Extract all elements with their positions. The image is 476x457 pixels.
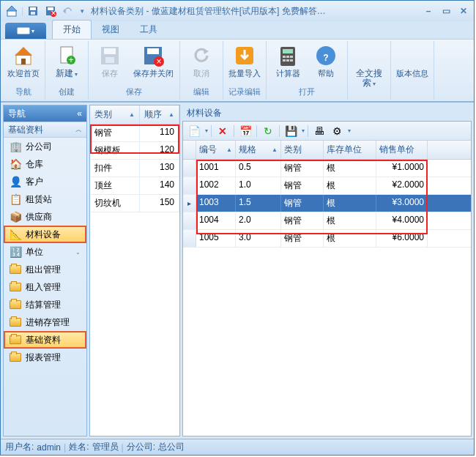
window-controls: – ▭ ✕ xyxy=(421,6,471,16)
nav-group-header[interactable]: 基础资料︿ xyxy=(4,122,86,138)
home-icon[interactable] xyxy=(4,3,20,19)
delete-row-icon[interactable]: ✕ xyxy=(215,124,231,138)
data-grid[interactable]: 编号▲ 规格▲ 类别 库存单位 销售单价 10010.5钢管根¥1.000010… xyxy=(183,141,471,436)
nav-item[interactable]: 👤客户 xyxy=(4,173,86,190)
col-cat[interactable]: 类别 xyxy=(281,141,324,159)
folder-icon xyxy=(10,316,21,328)
nav-folder[interactable]: 基础资料 xyxy=(4,331,86,349)
nav-item-label: 供应商 xyxy=(26,211,52,223)
nav-item[interactable]: 🏢分公司 xyxy=(4,138,86,155)
help-button[interactable]: ?帮助 xyxy=(308,42,344,80)
col-spec[interactable]: 规格▲ xyxy=(236,141,281,159)
save-close-icon[interactable]: × xyxy=(42,3,59,19)
right-panel: 材料设备 📄▾ ✕ 📅 ↻ 💾▾ 🖶 ⚙▾ 编号▲ 规格▲ 类别 xyxy=(182,105,472,436)
nav-item-label: 租出管理 xyxy=(26,264,61,276)
settings-icon[interactable]: ⚙ xyxy=(329,124,345,138)
maximize-button[interactable]: ▭ xyxy=(439,6,453,16)
export-icon[interactable]: 💾 xyxy=(283,124,299,138)
folder-icon xyxy=(10,352,21,363)
data-row[interactable]: ▸10031.5钢管根¥3.0000 xyxy=(183,195,471,212)
nav-item-label: 仓库 xyxy=(26,158,43,171)
nav-folder[interactable]: 进销存管理 xyxy=(4,313,86,331)
import-button[interactable]: 批量导入 xyxy=(226,42,263,80)
category-row[interactable]: 扣件130 xyxy=(90,160,179,177)
category-row[interactable]: 切纹机150 xyxy=(90,195,179,212)
col-id[interactable]: 编号▲ xyxy=(196,141,236,159)
svg-text:?: ? xyxy=(323,53,328,63)
svg-rect-11 xyxy=(21,59,26,64)
tab-tools[interactable]: 工具 xyxy=(130,21,168,39)
grid-toolbar: 📄▾ ✕ 📅 ↻ 💾▾ 🖶 ⚙▾ xyxy=(183,122,471,141)
folder-icon xyxy=(10,334,21,346)
undo-icon[interactable] xyxy=(60,3,76,19)
save-icon[interactable] xyxy=(25,3,41,19)
folder-icon xyxy=(10,281,21,293)
nav-item-label: 租入管理 xyxy=(26,281,61,294)
save-button: 保存 xyxy=(92,42,128,80)
nav-folder[interactable]: 租出管理 xyxy=(4,261,86,278)
nav-collapse-icon[interactable]: « xyxy=(77,108,82,119)
print-icon[interactable]: 🖶 xyxy=(311,124,327,138)
grid-icon[interactable]: 📅 xyxy=(237,124,253,138)
svg-rect-19 xyxy=(147,48,159,54)
data-row[interactable]: 10053.0钢管根¥6.0000 xyxy=(183,230,471,248)
chevron-up-icon: ︿ xyxy=(75,125,82,135)
tab-view[interactable]: 视图 xyxy=(92,21,130,39)
version-button[interactable]: 版本信息 xyxy=(394,42,431,80)
nav-item-label: 基础资料 xyxy=(26,334,61,346)
nav-item-icon: 🏠 xyxy=(10,158,21,170)
new-row-icon[interactable]: 📄 xyxy=(186,124,202,138)
calc-button[interactable]: 计算器 xyxy=(269,42,306,80)
right-title: 材料设备 xyxy=(182,105,472,121)
nav-item[interactable]: 🏠仓库 xyxy=(4,155,86,173)
col-order[interactable]: 顺序▲ xyxy=(140,105,179,124)
row-indicator xyxy=(183,230,196,247)
folder-icon xyxy=(10,264,21,275)
tab-start[interactable]: 开始 xyxy=(52,20,92,39)
svg-rect-4 xyxy=(31,12,35,15)
col-unit[interactable]: 库存单位 xyxy=(324,141,376,159)
svg-rect-29 xyxy=(283,59,286,62)
save-close-button[interactable]: ×保存并关闭 xyxy=(130,42,176,80)
app-menu-button[interactable]: ▾ xyxy=(5,23,46,39)
svg-rect-16 xyxy=(104,48,116,54)
nav-item-icon: 📦 xyxy=(10,211,21,223)
new-button[interactable]: +新建▾ xyxy=(48,42,85,81)
nav-item[interactable]: 📋租赁站 xyxy=(4,190,86,208)
svg-rect-30 xyxy=(286,59,289,62)
minimize-button[interactable]: – xyxy=(421,6,436,16)
data-row[interactable]: 10042.0钢管根¥4.0000 xyxy=(183,212,471,230)
svg-rect-31 xyxy=(290,59,293,62)
svg-marker-10 xyxy=(15,47,32,56)
svg-rect-17 xyxy=(105,57,114,63)
col-price[interactable]: 销售单价 xyxy=(376,141,428,159)
nav-item-label: 进销存管理 xyxy=(26,316,70,329)
row-indicator: ▸ xyxy=(183,195,196,212)
row-indicator xyxy=(183,212,196,229)
svg-marker-1 xyxy=(7,6,17,11)
nav-folder[interactable]: 报表管理 xyxy=(4,349,86,366)
col-category[interactable]: 类别▲ xyxy=(90,105,140,124)
data-row[interactable]: 10010.5钢管根¥1.0000 xyxy=(183,160,471,177)
data-row[interactable]: 10021.0钢管根¥2.0000 xyxy=(183,177,471,195)
home-button[interactable]: 欢迎首页 xyxy=(5,42,42,80)
ribbon: 欢迎首页 导航 +新建▾ 创建 保存 ×保存并关闭 保存 取消 编辑 批量导入 … xyxy=(1,39,474,102)
nav-folder[interactable]: 租入管理 xyxy=(4,278,86,296)
category-row[interactable]: 钢管110 xyxy=(90,125,179,142)
row-indicator xyxy=(183,160,196,177)
category-row[interactable]: 钢模板120 xyxy=(90,142,179,160)
category-row[interactable]: 顶丝140 xyxy=(90,177,179,195)
nav-item-materials[interactable]: 📐材料设备 xyxy=(4,226,86,243)
nav-folder[interactable]: 结算管理 xyxy=(4,296,86,313)
nav-title: 导航« xyxy=(4,105,86,122)
qat-dropdown-icon[interactable]: ▼ xyxy=(79,8,85,15)
nav-item[interactable]: 📦供应商 xyxy=(4,208,86,226)
body: 导航« 基础资料︿ 🏢分公司🏠仓库👤客户📋租赁站📦供应商📐材料设备🔢单位⌄租出管… xyxy=(1,102,474,439)
unit-icon: 🔢 xyxy=(10,246,21,258)
refresh-icon[interactable]: ↻ xyxy=(260,124,276,138)
close-button[interactable]: ✕ xyxy=(456,6,471,16)
nav-item-unit[interactable]: 🔢单位⌄ xyxy=(4,243,86,261)
folder-icon xyxy=(10,299,21,311)
svg-text:×: × xyxy=(51,8,56,17)
fulltext-search-button[interactable]: 全文搜索▾ xyxy=(351,42,387,90)
